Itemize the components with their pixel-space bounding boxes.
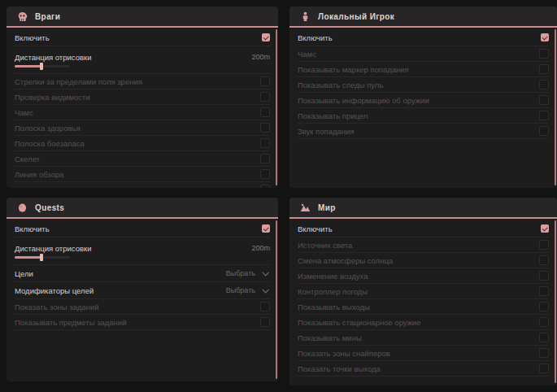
slider-row[interactable]: Дистанция отрисовки200m: [15, 237, 270, 265]
toggle-row[interactable]: Показывать предметы заданий: [15, 315, 270, 330]
row-label: Показывать стационарное оружие: [298, 318, 421, 327]
slider-fill: [15, 65, 41, 68]
checkbox[interactable]: [539, 286, 549, 296]
toggle-row[interactable]: Показывать мины: [298, 330, 549, 346]
checkbox[interactable]: [539, 317, 549, 327]
checkbox[interactable]: [262, 224, 270, 233]
select-row[interactable]: Модификаторы целейВыбрать: [15, 282, 270, 299]
toggle-row[interactable]: Показывать информацию об оружии: [298, 93, 549, 108]
row-label: Стрелки за пределами поля зрения: [15, 77, 142, 86]
toggle-row[interactable]: Включить: [15, 220, 270, 237]
toggle-row[interactable]: Показать зоны снайперов: [298, 346, 549, 361]
checkbox[interactable]: [539, 333, 549, 342]
toggle-row[interactable]: Включить: [298, 29, 549, 46]
slider-row[interactable]: Дистанция отрисовки200m: [15, 46, 270, 74]
checkbox[interactable]: [541, 33, 549, 41]
checkbox[interactable]: [262, 33, 270, 41]
toggle-row[interactable]: Линия обзора: [15, 167, 270, 182]
row-label: Включить: [298, 33, 333, 42]
checkbox[interactable]: [260, 302, 270, 311]
row-label: Модификаторы целей: [15, 286, 94, 295]
row-label: Контроллер погоды: [298, 287, 368, 296]
panel-title: Локальный Игрок: [318, 12, 394, 21]
checkbox[interactable]: [260, 138, 270, 148]
toggle-row[interactable]: Источник света: [298, 237, 549, 253]
row-label: Показать зоны снайперов: [298, 349, 390, 358]
checkbox[interactable]: [539, 111, 549, 120]
row-label: Показать точки выхода: [298, 364, 381, 373]
checkbox[interactable]: [539, 126, 549, 136]
checkbox[interactable]: [539, 49, 549, 59]
checkbox[interactable]: [539, 271, 549, 281]
slider-header: Дистанция отрисовки200m: [15, 244, 270, 253]
slider-handle[interactable]: [40, 254, 43, 261]
select-button[interactable]: Выбрать: [226, 286, 270, 294]
checkbox[interactable]: [260, 92, 270, 102]
slider[interactable]: [15, 256, 70, 259]
row-label: Полоска боезапаса: [15, 139, 85, 148]
toggle-row[interactable]: Проверка видимости: [15, 89, 270, 105]
checkbox[interactable]: [539, 95, 549, 105]
toggle-row[interactable]: Показывать следы пуль: [15, 182, 270, 188]
toggle-row[interactable]: Включить: [298, 220, 549, 237]
panel-title: Враги: [35, 12, 60, 21]
checkbox[interactable]: [260, 76, 270, 86]
checkbox[interactable]: [539, 64, 549, 74]
scrollbar[interactable]: [555, 29, 556, 185]
mountain-icon: [299, 202, 311, 213]
checkbox[interactable]: [260, 123, 270, 133]
checkbox[interactable]: [539, 348, 549, 358]
toggle-row[interactable]: Показать точки выхода: [298, 361, 549, 377]
checkbox[interactable]: [539, 80, 549, 89]
toggle-row[interactable]: Чамс: [298, 46, 549, 62]
row-label: Источник света: [298, 241, 352, 250]
chevron-down-icon: [262, 286, 268, 293]
scrollbar[interactable]: [276, 220, 277, 379]
scrollbar[interactable]: [276, 29, 277, 185]
checkbox[interactable]: [260, 185, 270, 188]
cheat-menu: Враги ВключитьДистанция отрисовки200mСтр…: [0, 0, 557, 392]
toggle-row[interactable]: Контроллер погоды: [298, 284, 549, 299]
toggle-row[interactable]: Показывать стационарное оружие: [298, 315, 549, 330]
toggle-row[interactable]: Полоска боезапаса: [15, 136, 270, 151]
toggle-row[interactable]: Показать зоны заданий: [15, 299, 270, 315]
checkbox[interactable]: [539, 255, 549, 265]
toggle-row[interactable]: Включить: [15, 29, 270, 46]
checkbox[interactable]: [541, 224, 549, 233]
slider[interactable]: [15, 65, 70, 68]
row-label: Показывать прицел: [298, 111, 368, 120]
select-button[interactable]: Выбрать: [226, 269, 270, 277]
row-label: Показать зоны заданий: [15, 303, 99, 311]
row-label: Чамс: [15, 108, 33, 117]
toggle-row[interactable]: Показывать следы пуль: [298, 77, 549, 93]
panel-world: Мир ВключитьИсточник светаСмена атмосфер…: [289, 198, 557, 385]
toggle-row[interactable]: Звук попадания: [298, 124, 549, 139]
select-row[interactable]: ЦелиВыбрать: [15, 265, 270, 282]
row-label: Показывать мины: [298, 333, 362, 342]
checkbox[interactable]: [260, 154, 270, 163]
checkbox[interactable]: [260, 317, 270, 327]
checkbox[interactable]: [539, 364, 549, 373]
toggle-row[interactable]: Смена атмосферы солнца: [298, 253, 549, 268]
row-label: Включить: [15, 224, 50, 233]
slider-handle[interactable]: [40, 63, 43, 70]
toggle-row[interactable]: Скелет: [15, 151, 270, 167]
toggle-row[interactable]: Показывать маркер попадания: [298, 62, 549, 77]
toggle-row[interactable]: Полоска здоровья: [15, 120, 270, 136]
toggle-row[interactable]: Показывать выходы: [298, 299, 549, 315]
toggle-row[interactable]: Чамс: [15, 105, 270, 120]
checkbox[interactable]: [539, 240, 549, 250]
panel-enemies: Враги ВключитьДистанция отрисовки200mСтр…: [7, 7, 278, 188]
toggle-row[interactable]: Изменение воздуха: [298, 268, 549, 284]
scrollbar[interactable]: [555, 220, 556, 383]
select-value: Выбрать: [226, 269, 255, 277]
panel-world-rows: ВключитьИсточник светаСмена атмосферы со…: [289, 219, 557, 377]
checkbox[interactable]: [539, 302, 549, 311]
checkbox[interactable]: [260, 169, 270, 179]
toggle-row[interactable]: Стрелки за пределами поля зрения: [15, 74, 270, 89]
checkbox[interactable]: [260, 107, 270, 117]
row-label: Чамс: [298, 50, 316, 59]
panel-world-header: Мир: [289, 198, 557, 219]
panel-enemies-header: Враги: [7, 7, 278, 28]
toggle-row[interactable]: Показывать прицел: [298, 108, 549, 124]
